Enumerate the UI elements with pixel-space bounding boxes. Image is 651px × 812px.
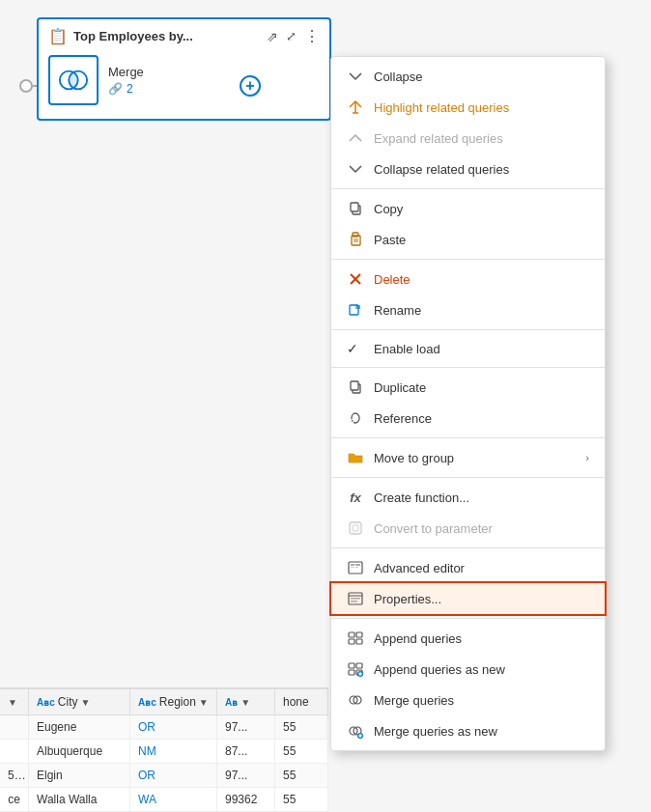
paste-icon [347, 231, 364, 248]
rename-label: Rename [374, 303, 589, 318]
menu-item-collapse[interactable]: Collapse [331, 61, 605, 92]
city-filter-icon[interactable]: ▼ [80, 697, 90, 708]
collapse-label: Collapse [374, 70, 589, 84]
menu-item-merge-queries[interactable]: Merge queries [331, 685, 605, 715]
copy-label: Copy [374, 202, 589, 216]
region-header-label: Region [159, 695, 196, 709]
menu-item-enable-load[interactable]: ✓ Enable load [331, 334, 605, 363]
menu-item-advanced-editor[interactable]: Advanced editor [331, 552, 605, 583]
enable-load-label: Enable load [374, 342, 589, 356]
row1-filter-cell [0, 715, 29, 739]
menu-item-copy[interactable]: Copy [331, 193, 605, 224]
convert-param-label: Convert to parameter [374, 521, 589, 536]
separator-8 [331, 618, 605, 619]
expand-icon [347, 129, 364, 147]
query-node-title-text: Top Employees by... [73, 29, 193, 43]
editor-icon [347, 559, 364, 576]
menu-item-delete[interactable]: Delete [331, 264, 605, 294]
share-icon[interactable]: ⇗ [267, 29, 278, 44]
row4-phone-cell: 55 [275, 788, 328, 811]
svg-rect-25 [351, 601, 357, 602]
table-row: Albuquerque NM 87... 55 [0, 740, 328, 764]
reference-label: Reference [374, 411, 589, 426]
query-node-title: 📋 Top Employees by... [48, 27, 193, 45]
row1-phone-cell: 55 [275, 715, 328, 739]
svg-rect-6 [353, 233, 358, 237]
region-filter-icon[interactable]: ▼ [199, 697, 209, 708]
expand-label: Expand related queries [374, 131, 589, 146]
checkmark-icon: ✓ [347, 341, 364, 356]
delete-icon [347, 270, 364, 288]
menu-item-properties[interactable]: Properties... [331, 583, 605, 614]
row1-extra-cell: 97... [217, 715, 275, 739]
menu-item-duplicate[interactable]: Duplicate [331, 372, 605, 403]
submenu-chevron-icon: › [585, 452, 589, 463]
row2-region-cell: NM [130, 740, 217, 763]
link-count: 2 [127, 82, 133, 96]
svg-rect-4 [351, 203, 358, 211]
menu-item-move-to-group[interactable]: Move to group › [331, 442, 605, 473]
node-info: Merge 🔗 2 [108, 65, 144, 96]
menu-item-append-queries-new[interactable]: Append queries as new [331, 654, 605, 685]
copy-icon [347, 200, 364, 217]
query-node-actions: ⇗ ⤢ ⋮ [267, 27, 320, 45]
add-step-button[interactable]: + [240, 75, 261, 97]
phone-header-cell[interactable]: hone [275, 689, 328, 714]
extra-filter-icon[interactable]: ▼ [241, 697, 250, 708]
extra-header-cell[interactable]: Aʙ ▼ [217, 689, 275, 714]
param-icon [347, 519, 364, 537]
link-icon: 🔗 [108, 82, 123, 96]
highlight-label: Highlight related queries [374, 100, 589, 115]
city-header-cell[interactable]: Aʙc City ▼ [29, 689, 130, 714]
separator-2 [331, 259, 605, 260]
context-menu: Collapse Highlight related queries Expan… [330, 56, 606, 751]
merge-queries-icon [347, 691, 364, 709]
maximize-icon[interactable]: ⤢ [286, 29, 297, 43]
svg-rect-28 [356, 632, 362, 637]
phone-header-label: hone [283, 695, 309, 709]
separator-5 [331, 437, 605, 438]
menu-item-merge-queries-new[interactable]: Merge queries as new [331, 715, 605, 746]
row4-region-cell: WA [130, 788, 217, 811]
svg-rect-32 [356, 663, 362, 668]
duplicate-label: Duplicate [374, 380, 589, 395]
svg-rect-26 [349, 632, 354, 637]
menu-item-expand: Expand related queries [331, 123, 605, 154]
connector-circle [19, 79, 33, 93]
append-queries-new-label: Append queries as new [374, 662, 589, 677]
row3-phone-cell: 55 [275, 764, 328, 787]
menu-item-rename[interactable]: Rename [331, 294, 605, 325]
separator-4 [331, 367, 605, 368]
svg-rect-20 [355, 564, 360, 566]
row2-phone-cell: 55 [275, 740, 328, 763]
query-node-body: Merge 🔗 2 [48, 51, 320, 109]
more-icon[interactable]: ⋮ [304, 27, 320, 45]
svg-rect-19 [351, 567, 354, 568]
extra-type-icon: Aʙ [225, 697, 238, 708]
svg-rect-12 [355, 305, 360, 309]
menu-item-convert-param: Convert to parameter [331, 513, 605, 544]
svg-rect-30 [349, 663, 354, 668]
row3-filter-cell: 516 M... [0, 764, 29, 787]
region-header-cell[interactable]: Aʙc Region ▼ [130, 689, 217, 714]
create-function-label: Create function... [374, 490, 589, 505]
svg-rect-15 [350, 522, 361, 534]
table-row: ce Walla Walla WA 99362 55 [0, 788, 328, 812]
menu-item-reference[interactable]: Reference [331, 403, 605, 434]
row2-filter-cell [0, 740, 29, 763]
merge-new-icon [347, 722, 364, 740]
menu-item-collapse-related[interactable]: Collapse related queries [331, 154, 605, 184]
menu-item-paste[interactable]: Paste [331, 224, 605, 255]
data-table: ▼ Aʙc City ▼ Aʙc Region ▼ Aʙ ▼ hone Euge… [0, 687, 328, 812]
menu-item-create-function[interactable]: fx Create function... [331, 482, 605, 513]
svg-rect-31 [349, 670, 354, 675]
table-row: Eugene OR 97... 55 [0, 715, 328, 740]
svg-rect-14 [351, 381, 358, 390]
properties-icon [347, 590, 364, 607]
menu-item-highlight[interactable]: Highlight related queries [331, 92, 605, 123]
filter-icon: ▼ [8, 697, 17, 708]
highlight-icon [347, 98, 364, 116]
folder-icon [347, 449, 364, 466]
filter-header-cell[interactable]: ▼ [0, 689, 29, 714]
menu-item-append-queries[interactable]: Append queries [331, 623, 605, 654]
